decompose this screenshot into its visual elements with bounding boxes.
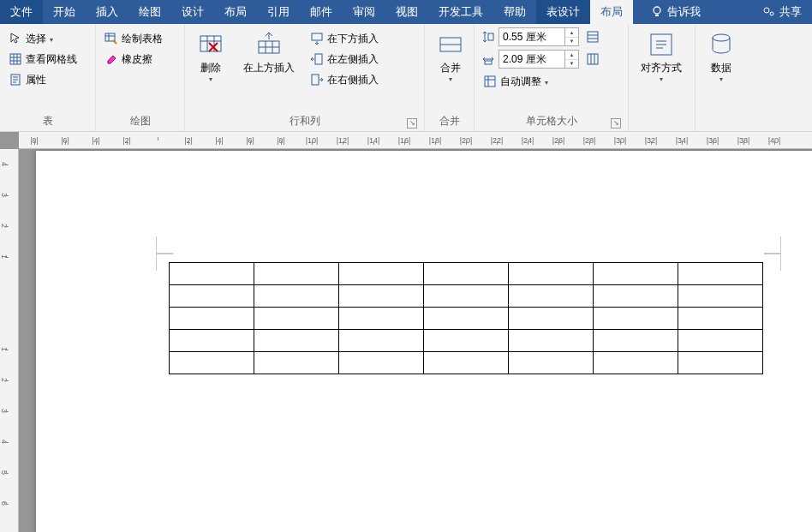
table-cell[interactable] — [509, 352, 594, 374]
group-cell-size: 0.55 厘米 ▲▼ 2.09 厘米 ▲▼ 自动调整 ▾ 单元格大小↘ — [475, 24, 629, 131]
table-cell[interactable] — [678, 285, 763, 308]
ruler-tick: |32| — [636, 136, 666, 145]
table-cell[interactable] — [170, 263, 254, 285]
alignment-button[interactable]: 对齐方式 ▾ — [634, 27, 689, 83]
dialog-launcher-icon[interactable]: ↘ — [407, 118, 417, 129]
tab-review[interactable]: 审阅 — [343, 0, 385, 24]
insert-above-button[interactable]: 在上方插入 — [236, 27, 302, 74]
table-cell[interactable] — [594, 308, 678, 330]
table-cell[interactable] — [424, 352, 509, 374]
tell-me[interactable]: 告诉我 — [640, 0, 711, 24]
ruler-tick: 1 — [0, 242, 9, 272]
view-gridlines-label: 查看网格线 — [26, 52, 77, 67]
table-cell[interactable] — [594, 330, 678, 352]
tab-references[interactable]: 引用 — [257, 0, 300, 24]
table-cell[interactable] — [594, 263, 678, 285]
insert-below-icon — [310, 32, 324, 45]
tab-table-design[interactable]: 表设计 — [536, 0, 590, 24]
svg-rect-13 — [588, 32, 598, 42]
merge-button[interactable]: 合并 ▾ — [430, 27, 471, 83]
tab-design[interactable]: 设计 — [171, 0, 214, 24]
col-width-spinner[interactable]: ▲▼ — [565, 50, 579, 69]
tab-file[interactable]: 文件 — [0, 0, 43, 24]
eraser-button[interactable]: 橡皮擦 — [101, 50, 166, 69]
spin-up-icon[interactable]: ▲ — [565, 28, 578, 38]
tab-table-layout[interactable]: 布局 — [590, 0, 633, 24]
eraser-icon — [104, 52, 118, 66]
table-cell[interactable] — [170, 330, 254, 352]
table-cell[interactable] — [509, 308, 594, 330]
delete-button[interactable]: 删除 ▾ — [190, 27, 231, 83]
table-row[interactable] — [170, 352, 763, 374]
distribute-rows-button[interactable] — [584, 28, 601, 45]
table-cell[interactable] — [339, 308, 424, 330]
share-button[interactable]: 共享 — [752, 0, 812, 24]
table-row[interactable] — [170, 263, 763, 285]
table-cell[interactable] — [339, 330, 424, 352]
table-cell[interactable] — [170, 352, 254, 374]
table-cell[interactable] — [170, 308, 254, 330]
table-cell[interactable] — [254, 308, 339, 330]
table-cell[interactable] — [678, 308, 763, 330]
data-button[interactable]: 数据 ▾ — [701, 27, 742, 83]
tab-home[interactable]: 开始 — [43, 0, 86, 24]
table-row[interactable] — [170, 285, 763, 308]
view-gridlines-button[interactable]: 查看网格线 — [5, 50, 81, 69]
spin-down-icon[interactable]: ▼ — [565, 38, 578, 46]
insert-left-button[interactable]: 在左侧插入 — [307, 50, 382, 69]
insert-below-button[interactable]: 在下方插入 — [307, 29, 382, 48]
group-cell-size-label: 单元格大小↘ — [480, 112, 623, 131]
col-width-input[interactable]: 2.09 厘米 — [499, 50, 565, 69]
table-cell[interactable] — [424, 330, 509, 352]
chevron-down-icon: ▾ — [719, 75, 723, 83]
tab-draw[interactable]: 绘图 — [128, 0, 171, 24]
table-cell[interactable] — [254, 352, 339, 374]
tab-mailings[interactable]: 邮件 — [300, 0, 343, 24]
table-cell[interactable] — [424, 285, 509, 308]
table-cell[interactable] — [424, 308, 509, 330]
table-row[interactable] — [170, 330, 763, 352]
table-cell[interactable] — [678, 352, 763, 374]
dialog-launcher-icon[interactable]: ↘ — [611, 118, 621, 129]
distribute-cols-button[interactable] — [584, 51, 601, 68]
table-cell[interactable] — [339, 352, 424, 374]
tab-help[interactable]: 帮助 — [493, 0, 536, 24]
table-cell[interactable] — [594, 285, 678, 308]
horizontal-ruler[interactable]: L |8||6||4||2||2||4||6||8||10||12||14||1… — [19, 132, 812, 149]
ruler-tick: |8| — [19, 136, 50, 145]
table-cell[interactable] — [509, 330, 594, 352]
vertical-ruler[interactable]: 43211234567891011 — [0, 149, 19, 532]
select-button[interactable]: 选择 ▾ — [5, 29, 81, 48]
table-cell[interactable] — [339, 285, 424, 308]
draw-table-button[interactable]: 绘制表格 — [101, 29, 166, 48]
table-cell[interactable] — [339, 263, 424, 285]
page-area[interactable] — [19, 149, 812, 532]
tab-insert[interactable]: 插入 — [86, 0, 128, 24]
table-cell[interactable] — [254, 285, 339, 308]
document-page[interactable] — [36, 151, 812, 532]
table-cell[interactable] — [254, 263, 339, 285]
tab-view[interactable]: 视图 — [385, 0, 428, 24]
table-cell[interactable] — [254, 330, 339, 352]
table-cell[interactable] — [678, 330, 763, 352]
autofit-button[interactable]: 自动调整 ▾ — [480, 72, 603, 91]
table-cell[interactable] — [509, 285, 594, 308]
table-cell[interactable] — [170, 285, 254, 308]
table-row[interactable] — [170, 308, 763, 330]
table-cell[interactable] — [424, 263, 509, 285]
row-height-input[interactable]: 0.55 厘米 — [499, 27, 565, 46]
table-cell[interactable] — [509, 263, 594, 285]
properties-button[interactable]: 属性 — [5, 70, 81, 89]
spin-up-icon[interactable]: ▲ — [565, 51, 578, 60]
tab-layout[interactable]: 布局 — [214, 0, 257, 24]
document-table[interactable] — [169, 262, 763, 374]
ruler-tick: |2| — [173, 136, 204, 145]
table-cell[interactable] — [678, 263, 763, 285]
table-cell[interactable] — [594, 352, 678, 374]
insert-right-button[interactable]: 在右侧插入 — [307, 70, 382, 89]
row-height-spinner[interactable]: ▲▼ — [565, 27, 579, 46]
ruler-tick: |12| — [327, 136, 358, 145]
group-data-label — [701, 127, 747, 131]
spin-down-icon[interactable]: ▼ — [565, 60, 578, 69]
tab-developer[interactable]: 开发工具 — [428, 0, 493, 24]
